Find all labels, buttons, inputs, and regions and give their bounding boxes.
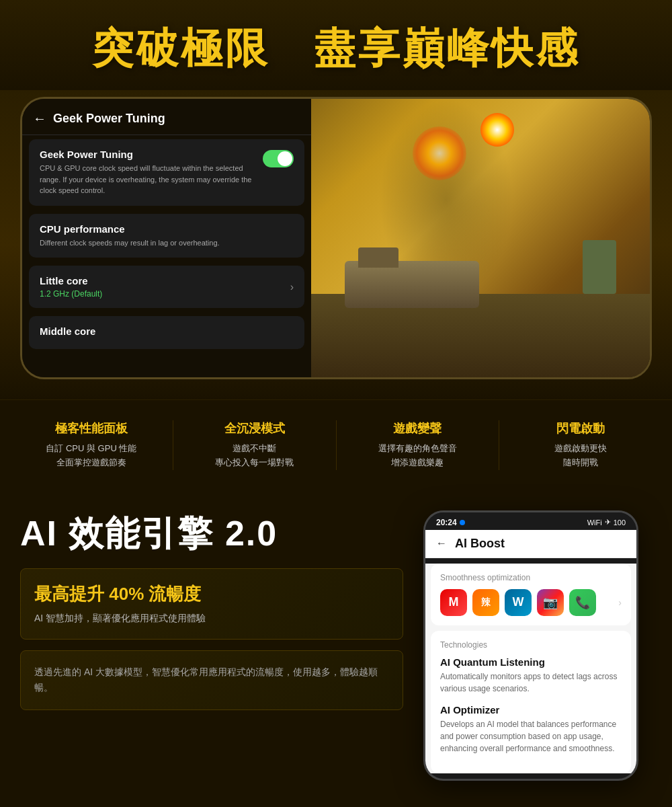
ai-card1-sub: AI 智慧加持，顯著優化應用程式使用體驗 [34,611,389,625]
phone2-nav-title: AI Boost [455,537,505,551]
airplane-icon: ✈ [605,518,611,527]
section2-title: CPU performance [40,223,294,235]
ai-quantum-title: AI Quantum Listening [440,656,622,668]
little-core-title: Little core [40,275,102,286]
panel-header: ← Geek Power Tuning [22,99,311,135]
wifi-icon: WiFi [587,518,602,527]
feature-voice: 遊戲變聲 選擇有趣的角色聲音增添遊戲樂趣 [340,420,496,470]
feature-voice-title: 遊戲變聲 [340,420,496,436]
smoothness-arrow[interactable]: › [618,597,622,608]
geek-power-toggle-section: Geek Power Tuning CPU & GPU core clock s… [29,139,304,206]
geek-power-panel: ← Geek Power Tuning Geek Power Tuning CP… [22,99,311,377]
feature-launch-desc: 遊戲啟動更快隨時開戰 [503,442,659,470]
app-icon-lazy[interactable]: 辣 [472,589,499,616]
statusbar-right: WiFi ✈ 100 [587,518,626,527]
ai-quantum-desc: Automatically monitors apps to detect la… [440,670,622,695]
section1-desc: CPU & GPU core clock speed will fluctuat… [40,163,256,196]
vehicle [345,261,479,308]
middle-core-section: Middle core [29,316,304,349]
feature-launch: 閃電啟動 遊戲啟動更快隨時開戰 [503,420,659,470]
ai-optimizer-title: AI Optimizer [440,704,622,716]
toggle-text: Geek Power Tuning CPU & GPU core clock s… [40,149,256,196]
ai-optimizer-desc: Develops an AI model that balances perfo… [440,718,622,755]
ai-card1: 最高提升 40% 流暢度 AI 智慧加持，顯著優化應用程式使用體驗 [20,568,403,640]
bottom-section: AI 效能引擎 2.0 最高提升 40% 流暢度 AI 智慧加持，顯著優化應用程… [0,490,672,794]
feature-immersive-title: 全沉浸模式 [177,420,333,436]
divider-3 [499,420,499,470]
statusbar-time: 20:24 [436,518,457,527]
little-core-freq: 1.2 GHz (Default) [40,289,102,299]
game-background [311,99,650,377]
battery-icon: 100 [614,518,626,527]
ai-optimizer-item: AI Optimizer Develops an AI model that b… [440,704,622,755]
explosion-2 [480,113,514,147]
game-scene [311,99,650,377]
feature-geek-desc: 自訂 CPU 與 GPU 性能全面掌控遊戲節奏 [13,442,169,470]
app-icon-ig[interactable]: 📷 [537,589,564,616]
geek-power-toggle[interactable] [263,150,294,167]
divider-1 [173,420,173,470]
panel-title: Geek Power Tuning [53,112,165,126]
ai-quantum-item: AI Quantum Listening Automatically monit… [440,656,622,695]
ai-card2: 透過先進的 AI 大數據模型，智慧優化常用應用程式的流暢度，使用越多，體驗越順暢… [20,650,403,711]
divider-2 [336,420,337,470]
little-core-info: Little core 1.2 GHz (Default) [40,275,102,299]
feature-immersive-desc: 遊戲不中斷專心投入每一場對戰 [177,442,333,470]
header: 突破極限 盡享巔峰快感 [0,0,672,90]
ai-card2-body: 透過先進的 AI 大數據模型，智慧優化常用應用程式的流暢度，使用越多，體驗越順暢… [34,664,389,697]
statusbar-left: 20:24 [436,518,465,527]
app-icons-row: M 辣 W 📷 📞 › [440,589,622,616]
feature-geek: 極客性能面板 自訂 CPU 與 GPU 性能全面掌控遊戲節奏 [13,420,169,470]
bottom-left: AI 效能引擎 2.0 最高提升 40% 流暢度 AI 智慧加持，顯著優化應用程… [20,510,403,781]
phone2-outer: 20:24 WiFi ✈ 100 ← AI Boost [423,510,638,781]
section2-desc: Different clock speeds may result in lag… [40,237,294,249]
smoothness-title: Smoothness optimization [440,573,622,582]
app-icon-wp[interactable]: W [505,589,532,616]
ai-title: AI 效能引擎 2.0 [20,510,403,558]
cpu-performance-section: CPU performance Different clock speeds m… [29,214,304,258]
feature-voice-desc: 選擇有趣的角色聲音增添遊戲樂趣 [340,442,496,470]
feature-immersive: 全沉浸模式 遊戲不中斷專心投入每一場對戰 [177,420,333,470]
header-title: 突破極限 盡享巔峰快感 [13,20,659,77]
middle-core-title: Middle core [40,325,294,337]
little-core-section[interactable]: Little core 1.2 GHz (Default) › [29,266,304,308]
ai-card1-highlight: 最高提升 40% 流暢度 [34,582,389,606]
toggle-row: Geek Power Tuning CPU & GPU core clock s… [40,149,294,196]
phone2-nav: ← AI Boost [425,530,636,558]
phone2-body: Smoothness optimization M 辣 W 📷 📞 › Tech… [425,564,636,773]
phone2-back-icon[interactable]: ← [436,537,447,549]
technologies-label: Technologies [440,640,622,650]
ai-boost-phone: 20:24 WiFi ✈ 100 ← AI Boost [423,510,652,781]
feature-launch-title: 閃電啟動 [503,420,659,436]
panel-back-icon[interactable]: ← [33,111,46,126]
phone-section: ← Geek Power Tuning Geek Power Tuning CP… [0,90,672,399]
smoothness-section: Smoothness optimization M 辣 W 📷 📞 › [431,564,631,625]
soldier [583,240,616,294]
app-icon-phone[interactable]: 📞 [569,589,596,616]
app-icon-m[interactable]: M [440,589,467,616]
feature-geek-title: 極客性能面板 [13,420,169,436]
phone2-statusbar: 20:24 WiFi ✈ 100 [425,512,636,530]
features-row: 極客性能面板 自訂 CPU 與 GPU 性能全面掌控遊戲節奏 全沉浸模式 遊戲不… [0,399,672,490]
technologies-section: Technologies AI Quantum Listening Automa… [431,631,631,773]
section1-title: Geek Power Tuning [40,149,256,160]
little-core-arrow: › [290,281,294,293]
phone-mockup: ← Geek Power Tuning Geek Power Tuning CP… [20,97,652,379]
little-core-row[interactable]: Little core 1.2 GHz (Default) › [40,275,294,299]
statusbar-dot [460,520,465,525]
